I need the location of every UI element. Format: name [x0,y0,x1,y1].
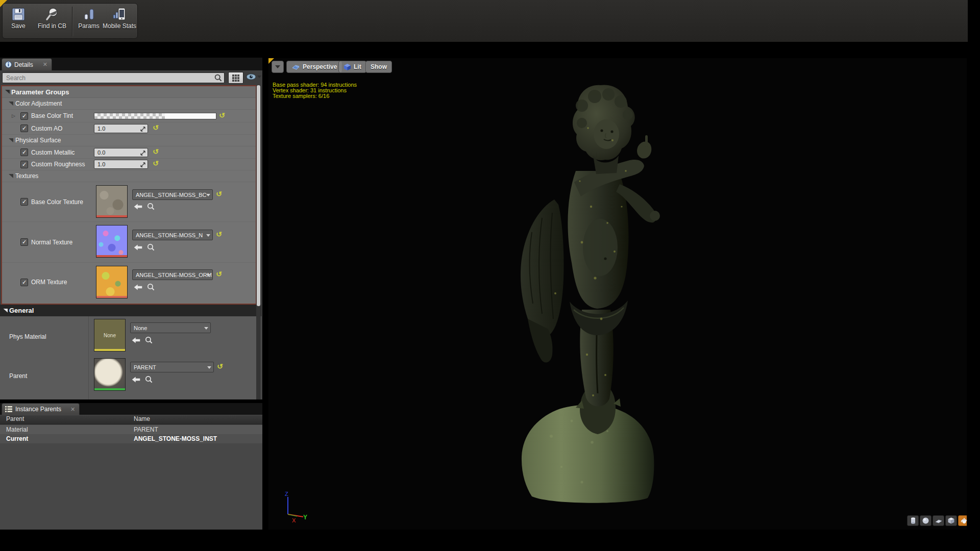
orm-texture-dropdown[interactable]: ANGEL_STONE-MOSS_ORM [132,269,213,280]
details-scrollbar-track[interactable] [256,85,261,399]
browse-magnifier-icon[interactable] [145,375,153,383]
value-drag-icon [140,126,146,132]
group-physical-surface[interactable]: Physical Surface [2,135,256,146]
custom-ao-value: 1.0 [97,126,105,132]
normal-texture-value: ANGEL_STONE-MOSS_N [136,232,203,238]
save-icon [11,7,26,22]
custom-metallic-value: 0.0 [97,149,105,156]
reset-to-default-icon[interactable]: ↺ [219,112,225,119]
tab-details[interactable]: Details ✕ [2,58,52,70]
base-color-tint-swatch[interactable] [94,113,216,119]
view-mode-button[interactable]: Lit [338,61,366,73]
angel-statue-preview [505,79,689,518]
close-icon[interactable]: ✕ [70,406,75,413]
param-row-custom-metallic: ✓ Custom Metallic 0.0 ↺ [2,146,256,159]
details-scrollbar-thumb[interactable] [257,85,260,306]
cube-icon [947,517,955,524]
mobile-stats-button[interactable]: Mobile Stats [103,6,136,37]
reset-to-default-icon[interactable]: ↺ [216,231,222,238]
details-info-icon [5,61,12,68]
browse-magnifier-icon[interactable] [147,243,155,251]
expanded-arrow-icon [9,174,13,178]
browse-magnifier-icon[interactable] [147,283,155,291]
normal-texture-dropdown[interactable]: ANGEL_STONE-MOSS_N [132,230,213,240]
custom-roughness-field[interactable]: 1.0 [94,160,148,169]
preview-mesh-cylinder-button[interactable] [907,515,919,526]
row-parent-cell: Material [0,426,131,433]
phys-material-thumbnail[interactable]: None [94,319,126,352]
camera-mode-button[interactable]: Perspective [286,61,342,73]
base-color-texture-dropdown[interactable]: ANGEL_STONE-MOSS_BC [132,189,213,200]
table-row[interactable]: Material PARENT [0,425,262,434]
base-color-tint-checkbox[interactable]: ✓ [20,112,28,120]
close-icon[interactable]: ✕ [43,61,47,68]
normal-texture-checkbox[interactable]: ✓ [20,238,28,246]
custom-metallic-field[interactable]: 0.0 [94,148,148,157]
column-header-name[interactable]: Name [131,415,262,424]
browse-magnifier-icon[interactable] [147,203,155,210]
viewport-options-button[interactable] [272,61,284,73]
search-input[interactable] [2,72,225,83]
reset-to-default-icon[interactable]: ↺ [217,363,223,370]
custom-ao-field[interactable]: 1.0 [94,124,148,133]
preview-mesh-teapot-button[interactable] [958,515,967,526]
use-selected-arrow-icon[interactable] [133,284,143,291]
preview-mesh-plane-button[interactable] [933,515,944,526]
custom-metallic-checkbox[interactable]: ✓ [20,148,28,156]
teapot-icon [960,517,967,524]
preview-mesh-cube-button[interactable] [945,515,957,526]
expander-icon[interactable]: ▷ [12,113,15,118]
axis-z-label: Z [285,491,288,497]
tab-instance-parents[interactable]: Instance Parents ✕ [2,403,80,415]
parameter-groups-header[interactable]: Parameter Groups [2,86,256,98]
preview-viewport[interactable]: Perspective Lit Show Base pass shader: 9… [268,58,967,530]
custom-ao-label: Custom AO [31,125,62,132]
reset-to-default-icon[interactable]: ↺ [153,124,159,131]
phys-material-dropdown[interactable]: None [130,322,211,333]
custom-roughness-checkbox[interactable]: ✓ [20,161,28,168]
expanded-arrow-icon [5,90,10,94]
view-options-button[interactable] [228,72,243,84]
reset-to-default-icon[interactable]: ↺ [216,270,222,278]
orm-texture-thumbnail[interactable] [96,266,128,298]
normal-texture-thumbnail[interactable] [96,225,128,258]
find-in-cb-icon [44,7,60,22]
orm-texture-checkbox[interactable]: ✓ [20,279,28,286]
reset-to-default-icon[interactable]: ↺ [153,160,159,167]
column-header-parent[interactable]: Parent [0,415,131,424]
main-toolbar: Save Find in CB Params [0,0,968,42]
parent-dropdown[interactable]: PARENT [130,362,214,372]
base-color-texture-checkbox[interactable]: ✓ [20,198,28,206]
use-selected-arrow-icon[interactable] [131,376,141,383]
parent-material-thumbnail[interactable] [94,358,126,391]
custom-roughness-value: 1.0 [97,161,105,167]
orm-texture-label: ORM Texture [31,279,67,286]
general-section-header[interactable]: General [0,305,261,316]
instance-parents-table-header: Parent Name [0,415,262,424]
group-textures[interactable]: Textures [2,170,256,182]
save-button[interactable]: Save [4,6,33,37]
chevron-down-icon [257,76,261,78]
custom-ao-checkbox[interactable]: ✓ [20,124,28,132]
use-selected-arrow-icon[interactable] [133,244,143,251]
param-row-base-color-tint: ▷ ✓ Base Color Tint ↺ [2,110,256,122]
show-flags-button[interactable]: Show [365,61,392,73]
reset-to-default-icon[interactable]: ↺ [153,148,159,155]
use-selected-arrow-icon[interactable] [131,337,141,344]
reset-to-default-icon[interactable]: ↺ [216,190,222,197]
group-color-adjustment[interactable]: Color Adjustment [2,98,256,110]
browse-magnifier-icon[interactable] [145,336,153,344]
table-row[interactable]: Current ANGEL_STONE-MOSS_INST [0,434,262,443]
base-color-texture-label: Base Color Texture [31,198,83,206]
visibility-filter-button[interactable] [246,73,261,80]
params-label: Params [74,22,104,30]
find-in-cb-button[interactable]: Find in CB [34,6,70,37]
chevron-down-icon [206,194,210,196]
chevron-down-icon [206,274,210,277]
base-color-texture-thumbnail[interactable] [96,185,128,218]
textures-title: Textures [15,172,38,180]
plane-icon [935,517,943,524]
use-selected-arrow-icon[interactable] [133,203,143,210]
preview-mesh-sphere-button[interactable] [920,515,932,526]
params-button[interactable]: Params [74,6,104,37]
